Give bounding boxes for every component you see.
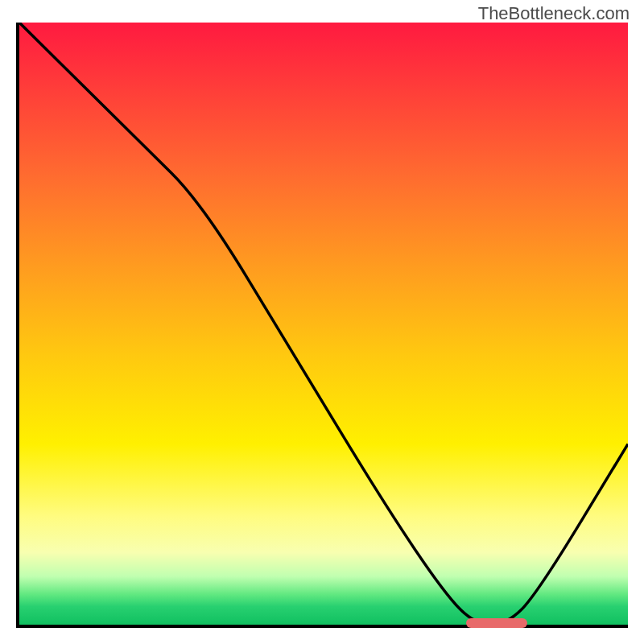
curve-svg — [19, 23, 628, 625]
watermark-text: TheBottleneck.com — [478, 3, 630, 24]
bottleneck-curve-path — [19, 23, 628, 625]
plot-area — [16, 23, 628, 628]
chart-container: TheBottleneck.com — [0, 0, 644, 644]
optimal-marker — [466, 618, 527, 628]
